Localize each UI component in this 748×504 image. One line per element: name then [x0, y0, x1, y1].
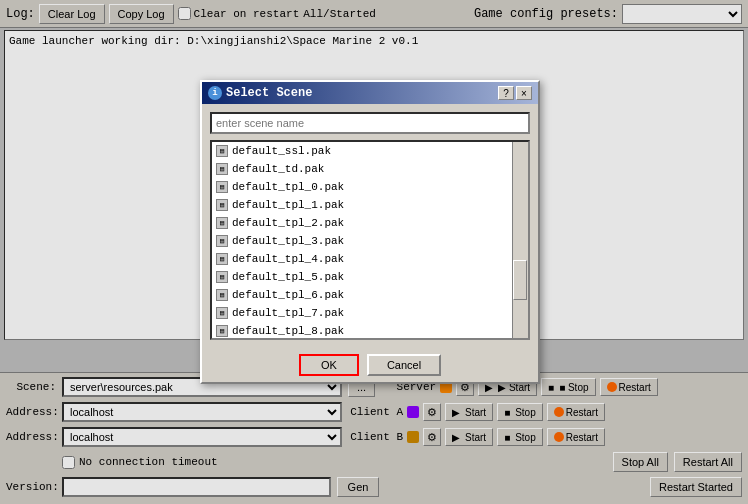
file-icon: ▤ [216, 253, 228, 265]
modal-overlay: i Select Scene ? × ▤default_ssl.pak▤defa… [0, 0, 748, 504]
file-name: default_td.pak [232, 163, 324, 175]
file-icon: ▤ [216, 325, 228, 337]
file-item[interactable]: ▤default_tpl_5.pak [212, 268, 528, 286]
dialog-icon: i [208, 86, 222, 100]
cancel-button[interactable]: Cancel [367, 354, 441, 376]
file-name: default_tpl_4.pak [232, 253, 344, 265]
scrollbar-thumb[interactable] [513, 260, 527, 300]
dialog-body: ▤default_ssl.pak▤default_td.pak▤default_… [202, 104, 538, 348]
file-item[interactable]: ▤default_tpl_7.pak [212, 304, 528, 322]
file-name: default_tpl_6.pak [232, 289, 344, 301]
file-item[interactable]: ▤default_tpl_8.pak [212, 322, 528, 340]
file-name: default_tpl_2.pak [232, 217, 344, 229]
file-icon: ▤ [216, 271, 228, 283]
file-item[interactable]: ▤default_tpl_2.pak [212, 214, 528, 232]
file-name: default_ssl.pak [232, 145, 331, 157]
file-icon: ▤ [216, 199, 228, 211]
dialog-titlebar: i Select Scene ? × [202, 82, 538, 104]
file-name: default_tpl_1.pak [232, 199, 344, 211]
file-icon: ▤ [216, 163, 228, 175]
ok-button[interactable]: OK [299, 354, 359, 376]
file-icon: ▤ [216, 307, 228, 319]
dialog-close-button[interactable]: × [516, 86, 532, 100]
file-name: default_tpl_8.pak [232, 325, 344, 337]
select-scene-dialog: i Select Scene ? × ▤default_ssl.pak▤defa… [200, 80, 540, 384]
file-item[interactable]: ▤default_tpl_3.pak [212, 232, 528, 250]
file-item[interactable]: ▤default_td.pak [212, 160, 528, 178]
scene-search-input[interactable] [210, 112, 530, 134]
file-name: default_tpl_0.pak [232, 181, 344, 193]
dialog-title: Select Scene [226, 86, 312, 100]
file-icon: ▤ [216, 181, 228, 193]
file-name: default_tpl_3.pak [232, 235, 344, 247]
file-item[interactable]: ▤default_tpl_4.pak [212, 250, 528, 268]
file-item[interactable]: ▤default_tpl_0.pak [212, 178, 528, 196]
file-icon: ▤ [216, 145, 228, 157]
file-icon: ▤ [216, 289, 228, 301]
file-name: default_tpl_7.pak [232, 307, 344, 319]
file-list-container: ▤default_ssl.pak▤default_td.pak▤default_… [210, 140, 530, 340]
file-list: ▤default_ssl.pak▤default_td.pak▤default_… [212, 142, 528, 340]
file-item[interactable]: ▤default_tpl_6.pak [212, 286, 528, 304]
file-icon: ▤ [216, 235, 228, 247]
file-icon: ▤ [216, 217, 228, 229]
file-item[interactable]: ▤default_ssl.pak [212, 142, 528, 160]
dialog-footer: OK Cancel [202, 348, 538, 382]
file-item[interactable]: ▤default_tpl_1.pak [212, 196, 528, 214]
file-name: default_tpl_5.pak [232, 271, 344, 283]
dialog-help-button[interactable]: ? [498, 86, 514, 100]
scrollbar-track[interactable] [512, 142, 528, 338]
